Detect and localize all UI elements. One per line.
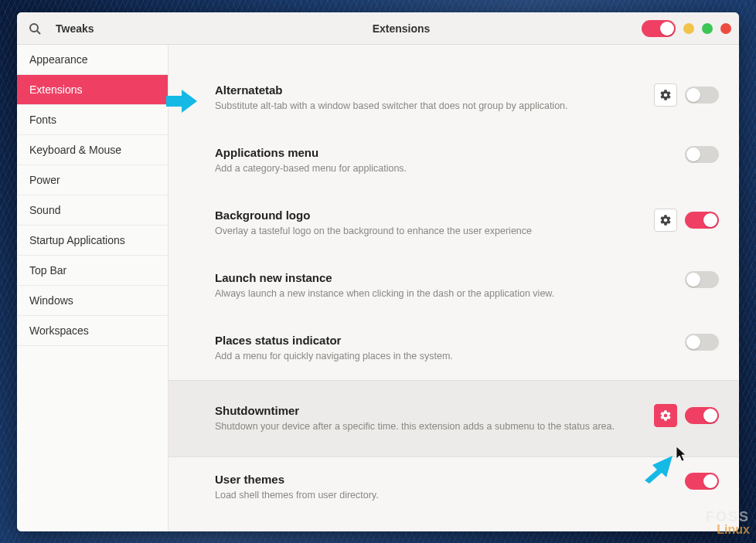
extension-title: Launch new instance xyxy=(215,271,673,284)
extensions-content[interactable]: AlternatetabSubstitute alt-tab with a wi… xyxy=(169,45,739,531)
sidebar-item-startup-applications[interactable]: Startup Applications xyxy=(17,226,168,256)
extensions-master-toggle[interactable] xyxy=(642,20,676,37)
window-close-button[interactable] xyxy=(720,23,731,34)
extension-controls xyxy=(685,271,719,288)
sidebar-item-label: Keyboard & Mouse xyxy=(29,144,121,156)
extension-text: AlternatetabSubstitute alt-tab with a wi… xyxy=(215,83,654,113)
extension-description: Overlay a tasteful logo on the backgroun… xyxy=(215,225,642,238)
extension-toggle[interactable] xyxy=(685,407,719,424)
sidebar-item-label: Sound xyxy=(29,204,60,216)
extension-row: Applications menuAdd a category-based me… xyxy=(215,131,719,193)
gear-icon xyxy=(659,214,672,226)
extension-title: Applications menu xyxy=(215,146,673,159)
sidebar-item-label: Top Bar xyxy=(29,264,66,277)
extension-toggle[interactable] xyxy=(685,87,719,104)
toggle-knob xyxy=(686,335,700,349)
extension-row: Places status indicatorAdd a menu for qu… xyxy=(215,318,719,381)
extension-title: Alternatetab xyxy=(215,83,642,97)
toggle-knob xyxy=(703,409,717,423)
page-title: Extensions xyxy=(161,22,642,35)
extension-title: User themes xyxy=(215,473,673,486)
extension-row: AlternatetabSubstitute alt-tab with a wi… xyxy=(215,68,719,131)
extension-controls xyxy=(685,146,719,163)
header-bar: Tweaks Extensions xyxy=(17,12,739,45)
extension-row: ShutdowntimerShutdown your device after … xyxy=(169,380,739,457)
extension-description: Add a menu for quickly navigating places… xyxy=(215,350,673,363)
window-minimize-button[interactable] xyxy=(683,23,694,34)
sidebar-item-label: Appearance xyxy=(29,53,88,66)
sidebar-item-fonts[interactable]: Fonts xyxy=(17,105,168,135)
extension-settings-button[interactable] xyxy=(654,83,677,107)
toggle-knob xyxy=(686,88,700,102)
extension-row: User themesLoad shell themes from user d… xyxy=(215,457,719,520)
sidebar-item-label: Power xyxy=(29,174,60,186)
extension-description: Load shell themes from user directory. xyxy=(215,489,673,502)
sidebar-item-label: Fonts xyxy=(29,114,56,126)
extension-toggle[interactable] xyxy=(685,334,719,351)
app-title: Tweaks xyxy=(56,22,94,35)
toggle-knob xyxy=(703,213,717,227)
extension-text: User themesLoad shell themes from user d… xyxy=(215,473,685,502)
extension-toggle[interactable] xyxy=(685,271,719,288)
extension-settings-button[interactable] xyxy=(654,209,677,232)
tweaks-window: Tweaks Extensions AppearanceExtensionsFo… xyxy=(17,12,739,531)
header-right xyxy=(642,20,731,37)
window-maximize-button[interactable] xyxy=(702,23,713,34)
extension-description: Substitute alt-tab with a window based s… xyxy=(215,100,642,113)
extension-toggle[interactable] xyxy=(685,212,719,229)
extension-row: Background logoOverlay a tasteful logo o… xyxy=(215,193,719,256)
sidebar: AppearanceExtensionsFontsKeyboard & Mous… xyxy=(17,45,169,531)
sidebar-item-extensions[interactable]: Extensions xyxy=(17,75,168,105)
sidebar-item-windows[interactable]: Windows xyxy=(17,286,168,316)
extension-description: Shutdown your device after a specific ti… xyxy=(215,420,642,433)
extension-title: Shutdowntimer xyxy=(215,404,642,417)
gear-icon xyxy=(659,89,672,101)
extension-description: Add a category-based menu for applicatio… xyxy=(215,162,673,175)
extension-toggle[interactable] xyxy=(685,473,719,490)
sidebar-item-top-bar[interactable]: Top Bar xyxy=(17,256,168,286)
search-icon xyxy=(29,22,41,35)
extension-text: Launch new instanceAlways launch a new i… xyxy=(215,271,685,300)
extension-text: Applications menuAdd a category-based me… xyxy=(215,146,685,175)
extension-description: Always launch a new instance when clicki… xyxy=(215,287,673,300)
toggle-knob xyxy=(686,273,700,287)
extension-controls xyxy=(654,83,719,107)
window-body: AppearanceExtensionsFontsKeyboard & Mous… xyxy=(17,45,739,531)
sidebar-item-power[interactable]: Power xyxy=(17,165,168,195)
extension-text: Places status indicatorAdd a menu for qu… xyxy=(215,334,685,363)
extension-text: Background logoOverlay a tasteful logo o… xyxy=(215,209,654,238)
extension-controls xyxy=(685,473,719,490)
extension-title: Background logo xyxy=(215,209,642,222)
svg-point-0 xyxy=(30,24,38,32)
sidebar-item-appearance[interactable]: Appearance xyxy=(17,45,168,75)
svg-line-1 xyxy=(37,31,40,34)
sidebar-item-label: Workspaces xyxy=(29,324,89,337)
toggle-knob xyxy=(703,474,717,488)
toggle-knob xyxy=(686,148,700,161)
extension-text: ShutdowntimerShutdown your device after … xyxy=(215,404,654,433)
extension-toggle[interactable] xyxy=(685,146,719,163)
extension-title: Places status indicator xyxy=(215,334,673,347)
sidebar-item-label: Windows xyxy=(29,294,73,307)
extension-controls xyxy=(654,404,719,427)
sidebar-item-label: Extensions xyxy=(29,83,82,96)
extension-settings-button[interactable] xyxy=(654,404,677,427)
extension-controls xyxy=(685,334,719,351)
extension-controls xyxy=(654,209,719,232)
sidebar-item-workspaces[interactable]: Workspaces xyxy=(17,316,168,346)
sidebar-item-sound[interactable]: Sound xyxy=(17,195,168,226)
header-left: Tweaks xyxy=(25,19,161,39)
gear-icon xyxy=(659,409,672,422)
sidebar-item-label: Startup Applications xyxy=(29,234,125,246)
extension-row: Launch new instanceAlways launch a new i… xyxy=(215,256,719,318)
sidebar-item-keyboard-mouse[interactable]: Keyboard & Mouse xyxy=(17,135,168,165)
search-button[interactable] xyxy=(25,19,45,39)
